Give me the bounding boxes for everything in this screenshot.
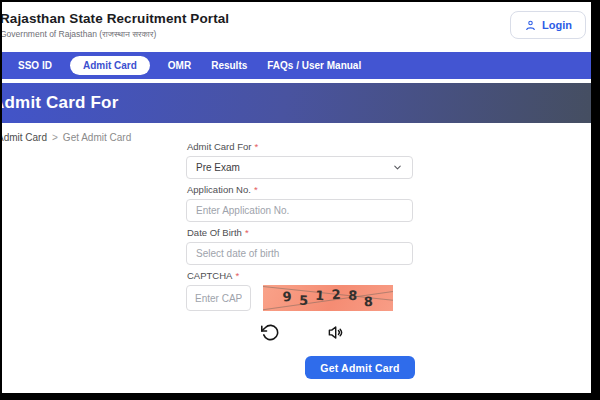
captcha-image: 9 5 1 2 8 8 — [263, 285, 393, 311]
site-header: Rajasthan State Recruitment Portal Gover… — [2, 2, 591, 52]
captcha-tools — [260, 323, 413, 343]
speaker-icon — [327, 323, 346, 342]
login-label: Login — [542, 19, 572, 31]
required-asterisk: * — [254, 184, 258, 195]
captcha-digit: 1 — [315, 289, 326, 311]
captcha-digit: 8 — [363, 295, 373, 311]
date-of-birth-input[interactable] — [186, 242, 413, 265]
required-asterisk: * — [245, 227, 249, 238]
portal-page: Rajasthan State Recruitment Portal Gover… — [2, 2, 591, 393]
application-no-input[interactable] — [186, 199, 413, 222]
breadcrumb-separator: > — [52, 132, 58, 143]
nav-admit-card[interactable]: Admit Card — [70, 56, 150, 75]
captcha-digit: 2 — [331, 288, 342, 311]
portal-title: Rajasthan State Recruitment Portal — [2, 11, 229, 26]
captcha-label: CAPTCHA* — [187, 270, 413, 282]
page-banner: Admit Card For — [2, 83, 591, 123]
screenshot-frame: Rajasthan State Recruitment Portal Gover… — [0, 0, 600, 400]
get-admit-card-button[interactable]: Get Admit Card — [305, 356, 415, 379]
nav-sso-id[interactable]: SSO ID — [16, 57, 54, 74]
chevron-down-icon — [392, 162, 403, 173]
admit-card-for-selected-value: Pre Exam — [196, 162, 240, 173]
date-of-birth-label-text: Date Of Birth — [187, 227, 242, 238]
refresh-ccw-icon — [261, 323, 280, 342]
breadcrumb-get-admit-card: Get Admit Card — [63, 132, 131, 143]
page-title: Admit Card For — [2, 93, 119, 113]
required-asterisk: * — [235, 270, 239, 281]
nav-faqs-user-manual[interactable]: FAQs / User Manual — [265, 57, 363, 74]
admit-card-form: Admit Card For* Pre Exam Application No.… — [186, 141, 413, 379]
portal-subtitle: Government of Rajasthan (राजस्थान सरकार) — [2, 29, 229, 40]
breadcrumb-admit-card[interactable]: Admit Card — [2, 132, 47, 143]
admit-card-for-select[interactable]: Pre Exam — [186, 156, 413, 179]
site-brand: Rajasthan State Recruitment Portal Gover… — [2, 11, 229, 40]
captcha-input[interactable] — [186, 285, 251, 311]
application-no-label: Application No.* — [187, 184, 413, 196]
user-icon — [524, 19, 537, 32]
nav-results[interactable]: Results — [209, 57, 249, 74]
captcha-digit: 9 — [282, 290, 293, 311]
login-button[interactable]: Login — [510, 11, 586, 39]
captcha-audio-button[interactable] — [326, 323, 346, 343]
application-no-label-text: Application No. — [187, 184, 251, 195]
captcha-digit: 8 — [347, 289, 357, 311]
captcha-row: 9 5 1 2 8 8 — [186, 285, 413, 311]
required-asterisk: * — [254, 141, 258, 152]
captcha-digit: 5 — [299, 294, 309, 311]
nav-omr[interactable]: OMR — [166, 57, 193, 74]
admit-card-for-label: Admit Card For* — [187, 141, 413, 153]
date-of-birth-label: Date Of Birth* — [187, 227, 413, 239]
main-nav: SSO ID Admit Card OMR Results FAQs / Use… — [2, 52, 591, 79]
admit-card-for-label-text: Admit Card For — [187, 141, 251, 152]
captcha-refresh-button[interactable] — [260, 323, 280, 343]
captcha-label-text: CAPTCHA — [187, 270, 232, 281]
